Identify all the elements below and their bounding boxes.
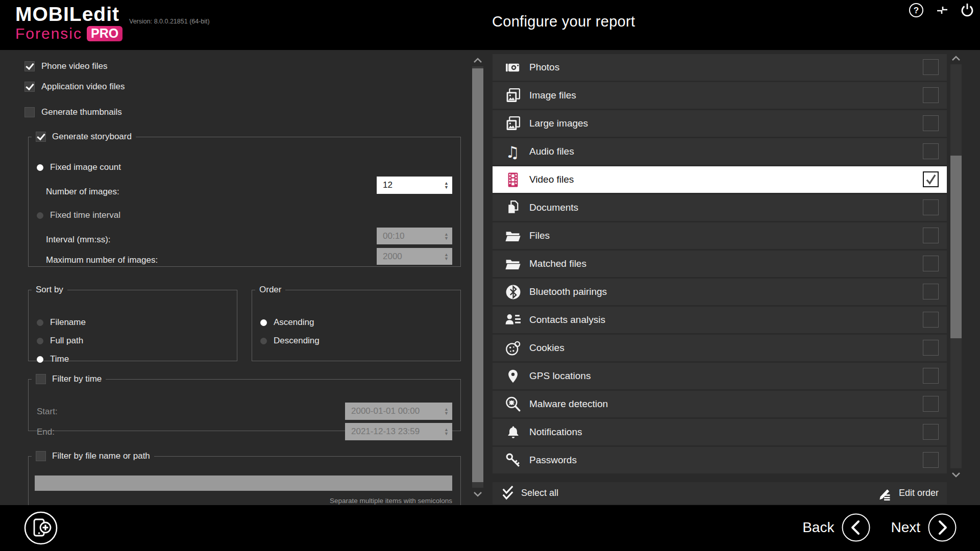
chevron-right-icon — [928, 513, 957, 542]
list-item-image-files[interactable]: Image files — [493, 82, 947, 109]
list-item-bluetooth-pairings[interactable]: Bluetooth pairings — [493, 279, 947, 305]
checkbox[interactable] — [24, 61, 35, 71]
checkbox[interactable] — [36, 132, 46, 142]
checkbox[interactable] — [36, 374, 46, 384]
select-all-button[interactable]: Select all — [502, 485, 558, 502]
list-item-audio-files[interactable]: ♫ Audio files — [493, 138, 947, 165]
edit-order-button[interactable]: Edit order — [877, 486, 939, 500]
generate-storyboard-checkbox-row[interactable]: Generate storyboard — [36, 132, 132, 142]
item-label: Photos — [529, 62, 559, 73]
sort-full-path-radio-row[interactable]: Full path — [37, 336, 83, 346]
list-item-matched-files[interactable]: Matched files — [493, 251, 947, 277]
order-group: Order Ascending Descending — [252, 285, 461, 361]
interval-label: Interval (mm:ss): — [46, 235, 111, 245]
list-item-photos[interactable]: Photos — [493, 54, 947, 81]
checkbox[interactable] — [24, 82, 35, 92]
list-item-gps-locations[interactable]: GPS locations — [493, 363, 947, 389]
radio[interactable] — [37, 212, 43, 219]
number-of-images-label: Number of images: — [46, 187, 119, 197]
radio[interactable] — [37, 356, 43, 363]
row-checkbox[interactable] — [923, 199, 939, 215]
chevron-left-icon — [842, 513, 870, 542]
spinner-arrows[interactable]: ▲▼ — [444, 181, 449, 189]
report-sections-list: Photos Image files Large images ♫ Audio … — [493, 50, 947, 479]
number-of-images-spinner[interactable]: 12 ▲▼ — [377, 177, 452, 194]
back-label: Back — [802, 519, 834, 536]
right-scrollbar-down-icon[interactable] — [950, 471, 962, 478]
row-checkbox[interactable] — [923, 452, 939, 468]
spinner-value: 2021-12-13 23:59 — [351, 427, 420, 437]
spinner-value: 2000 — [383, 252, 402, 262]
checkbox[interactable] — [36, 451, 46, 461]
list-item-files[interactable]: Files — [493, 222, 947, 249]
spinner-value: 2000-01-01 00:00 — [351, 406, 420, 416]
row-checkbox[interactable] — [923, 115, 939, 131]
next-button[interactable]: Next — [891, 513, 957, 542]
row-checkbox[interactable] — [923, 424, 939, 440]
row-checkbox[interactable] — [923, 59, 939, 75]
list-item-malware-detection[interactable]: Malware detection — [493, 391, 947, 417]
group-legend: Generate storyboard — [52, 132, 132, 142]
app-window: MOBILedit Forensic PRO Version: 8.0.0.21… — [0, 0, 980, 551]
right-scrollbar-up-icon[interactable] — [950, 55, 962, 61]
row-checkbox[interactable] — [923, 368, 939, 384]
filter-by-name-checkbox-row[interactable]: Filter by file name or path — [36, 451, 150, 461]
generate-storyboard-group: Generate storyboard Fixed image count Nu… — [28, 132, 461, 267]
fixed-time-interval-radio-row[interactable]: Fixed time interval — [37, 210, 120, 220]
sort-filename-radio-row[interactable]: Filename — [37, 317, 86, 328]
list-item-contacts-analysis[interactable]: Contacts analysis — [493, 307, 947, 333]
power-icon[interactable] — [959, 2, 975, 18]
row-checkbox[interactable] — [923, 284, 939, 299]
left-scrollbar-up-icon[interactable] — [472, 57, 483, 63]
row-checkbox[interactable] — [923, 143, 939, 159]
list-item-video-files[interactable]: Video files — [493, 166, 947, 193]
row-checkbox[interactable] — [923, 256, 939, 271]
radio[interactable] — [260, 338, 267, 344]
radio[interactable] — [37, 338, 43, 344]
audio-icon: ♫ — [502, 143, 524, 160]
row-checkbox[interactable] — [923, 171, 939, 187]
filter-by-time-checkbox-row[interactable]: Filter by time — [36, 374, 102, 384]
item-label: Image files — [529, 90, 576, 101]
list-item-documents[interactable]: Documents — [493, 194, 947, 221]
radio[interactable] — [260, 319, 267, 326]
max-images-label: Maximum number of images: — [46, 255, 158, 265]
list-item-passwords[interactable]: Passwords — [493, 447, 947, 473]
sort-time-radio-row[interactable]: Time — [37, 354, 69, 364]
list-item-large-images[interactable]: Large images — [493, 110, 947, 137]
phone-video-files-checkbox-row[interactable]: Phone video files — [24, 61, 107, 71]
left-scrollbar-down-icon[interactable] — [472, 491, 483, 497]
list-item-notifications[interactable]: Notifications — [493, 419, 947, 445]
left-scrollbar-thumb[interactable] — [472, 68, 483, 482]
row-checkbox[interactable] — [923, 87, 939, 103]
application-video-files-checkbox-row[interactable]: Application video files — [24, 82, 125, 92]
row-checkbox[interactable] — [923, 340, 939, 356]
generate-thumbnails-checkbox-row[interactable]: Generate thumbnails — [24, 107, 122, 117]
row-checkbox[interactable] — [923, 228, 939, 243]
list-item-cookies[interactable]: Cookies — [493, 335, 947, 361]
max-images-spinner: 2000 ▲▼ — [377, 248, 452, 265]
checkbox-label: Phone video files — [41, 61, 107, 71]
resize-icon[interactable] — [934, 2, 950, 18]
order-ascending-radio-row[interactable]: Ascending — [260, 317, 314, 328]
item-label: Files — [529, 230, 550, 241]
radio[interactable] — [37, 319, 43, 326]
row-checkbox[interactable] — [923, 396, 939, 412]
fixed-image-count-radio-row[interactable]: Fixed image count — [37, 162, 121, 172]
group-legend: Filter by file name or path — [52, 451, 150, 461]
back-button[interactable]: Back — [802, 513, 870, 542]
help-icon[interactable]: ? — [908, 2, 924, 18]
checkbox[interactable] — [24, 107, 35, 117]
checkbox-label: Generate thumbnails — [41, 107, 122, 117]
item-label: GPS locations — [529, 370, 591, 382]
radio[interactable] — [37, 164, 43, 171]
add-device-icon[interactable] — [23, 511, 58, 545]
radio-label: Descending — [274, 336, 320, 346]
images-icon — [502, 87, 524, 104]
order-descending-radio-row[interactable]: Descending — [260, 336, 320, 346]
right-scrollbar-thumb[interactable] — [950, 156, 962, 338]
row-checkbox[interactable] — [923, 312, 939, 328]
filter-name-input[interactable] — [35, 475, 452, 491]
select-all-label: Select all — [521, 488, 558, 498]
interval-spinner: 00:10 ▲▼ — [377, 228, 452, 244]
